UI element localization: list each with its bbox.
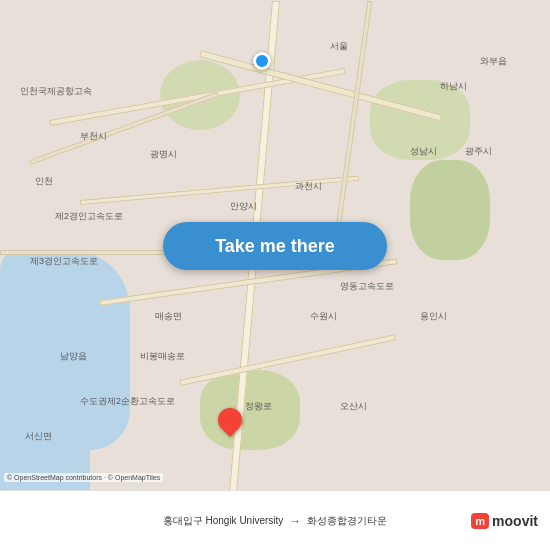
route-to: 화성종합경기타운 <box>307 514 387 528</box>
map-label: 영동고속도로 <box>340 280 394 293</box>
map-label: 정왕로 <box>245 400 272 413</box>
route-arrow: → <box>289 514 301 528</box>
map-label: 수도권제2순환고속도로 <box>80 395 175 408</box>
road-vertical-2 <box>333 1 373 249</box>
map-label: 부천시 <box>80 130 107 143</box>
map-label: 광명시 <box>150 148 177 161</box>
moovit-text: moovit <box>492 513 538 529</box>
map-label: 인천 <box>35 175 53 188</box>
map-label: 과천시 <box>295 180 322 193</box>
map-label: 제2경인고속도로 <box>55 210 123 223</box>
map-label: 와부읍 <box>480 55 507 68</box>
moovit-logo: m moovit <box>471 513 538 529</box>
map-attribution: © OpenStreetMap contributors · © OpenMap… <box>4 473 163 482</box>
map-background: 인천국제공항고속부천시인천광명시제2경인고속도로제3경인고속도로서울성남시광주시… <box>0 0 550 550</box>
map-label: 하남시 <box>440 80 467 93</box>
map-label: 서신면 <box>25 430 52 443</box>
moovit-icon: m <box>471 513 489 529</box>
map-label: 안양시 <box>230 200 257 213</box>
map-label: 성남시 <box>410 145 437 158</box>
map-label: 매송면 <box>155 310 182 323</box>
take-me-there-button[interactable]: Take me there <box>163 222 387 270</box>
map-label: 용인시 <box>420 310 447 323</box>
green-area-3 <box>410 160 490 260</box>
map-label: 서울 <box>330 40 348 53</box>
route-info: 홍대입구 Hongik University → 화성종합경기타운 <box>12 514 538 528</box>
map-container: 인천국제공항고속부천시인천광명시제2경인고속도로제3경인고속도로서울성남시광주시… <box>0 0 550 550</box>
map-label: 남양읍 <box>60 350 87 363</box>
origin-pin <box>253 52 271 70</box>
map-label: 광주시 <box>465 145 492 158</box>
route-from: 홍대입구 Hongik University <box>163 514 284 528</box>
map-label: 오산시 <box>340 400 367 413</box>
bottom-bar: 홍대입구 Hongik University → 화성종합경기타운 m moov… <box>0 490 550 550</box>
destination-pin-body <box>213 403 247 437</box>
map-label: 비봉매송로 <box>140 350 185 363</box>
map-label: 수원시 <box>310 310 337 323</box>
destination-pin <box>218 408 242 432</box>
map-label: 인천국제공항고속 <box>20 85 92 98</box>
map-label: 제3경인고속도로 <box>30 255 98 268</box>
take-me-there-label: Take me there <box>215 236 335 257</box>
